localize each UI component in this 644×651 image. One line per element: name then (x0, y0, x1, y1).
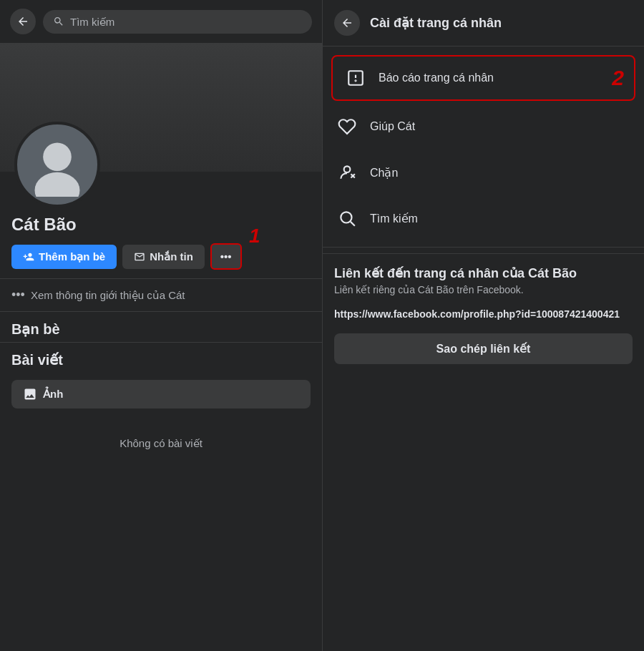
menu-item-block[interactable]: Chặn (323, 150, 644, 195)
svg-line-9 (351, 222, 355, 226)
section-bai-viet-title: Bài viết (0, 343, 322, 373)
block-label: Chặn (370, 166, 398, 180)
right-header-title: Cài đặt trang cá nhân (370, 15, 502, 31)
more-button[interactable]: ••• 1 (210, 243, 242, 270)
svg-point-0 (43, 142, 72, 171)
no-posts-text: Không có bài viết (0, 416, 322, 471)
photo-button[interactable]: Ảnh (11, 380, 311, 408)
right-header: Cài đặt trang cá nhân (323, 0, 644, 46)
right-panel: Cài đặt trang cá nhân Báo cáo trang cá n… (322, 0, 644, 651)
profile-actions: Thêm bạn bè Nhắn tin ••• 1 (11, 243, 311, 270)
add-friend-label: Thêm bạn bè (39, 250, 105, 263)
search-label: Tìm kiếm (370, 212, 418, 225)
back-button-left[interactable] (10, 9, 36, 34)
link-section: Liên kết đến trang cá nhân của Cát Bão L… (323, 253, 644, 376)
left-panel: Cát Bão Thêm bạn bè Nhắn tin ••• 1 ••• X… (0, 0, 322, 651)
cover-area (0, 43, 322, 172)
copy-link-button[interactable]: Sao chép liên kết (334, 333, 633, 364)
intro-text: Xem thông tin giới thiệu của Cát (31, 289, 185, 302)
menu-item-help[interactable]: Giúp Cát (323, 104, 644, 150)
back-button-right[interactable] (334, 10, 360, 36)
search-menu-icon (334, 205, 360, 231)
top-bar (0, 0, 322, 43)
menu-item-report[interactable]: Báo cáo trang cá nhân 2 (331, 55, 635, 101)
menu-items: Báo cáo trang cá nhân 2 Giúp Cát (323, 46, 644, 247)
report-label: Báo cáo trang cá nhân (379, 72, 494, 84)
profile-name: Cát Bão (11, 215, 311, 235)
section-ban-be-title: Bạn bè (0, 312, 322, 342)
link-title: Liên kết đến trang cá nhân của Cát Bão (334, 265, 633, 281)
more-dots: ••• (220, 250, 232, 263)
avatar (14, 122, 100, 207)
menu-item-search[interactable]: Tìm kiếm (323, 195, 644, 241)
divider-right-1 (323, 247, 644, 248)
profile-info: Cát Bão Thêm bạn bè Nhắn tin ••• 1 (0, 215, 322, 278)
add-friend-button[interactable]: Thêm bạn bè (11, 245, 117, 269)
message-label: Nhắn tin (150, 250, 193, 263)
svg-point-1 (35, 172, 80, 197)
svg-point-4 (355, 80, 356, 81)
dots-icon: ••• (11, 288, 25, 303)
svg-point-8 (341, 212, 351, 222)
svg-point-5 (344, 166, 351, 172)
report-icon (343, 65, 369, 91)
link-url: https://www.facebook.com/profile.php?id=… (334, 307, 633, 322)
link-subtitle: Liên kết riêng của Cát Bão trên Facebook… (334, 284, 633, 295)
search-bar[interactable] (43, 10, 312, 34)
help-label: Giúp Cát (370, 120, 415, 133)
badge-2: 2 (612, 66, 624, 90)
badge-1: 1 (249, 225, 260, 248)
block-icon (334, 160, 360, 185)
heart-icon (334, 114, 360, 140)
profile-intro: ••• Xem thông tin giới thiệu của Cát (0, 279, 322, 311)
photo-label: Ảnh (43, 388, 63, 401)
copy-link-label: Sao chép liên kết (436, 343, 531, 355)
search-input[interactable] (70, 16, 302, 28)
message-button[interactable]: Nhắn tin (122, 245, 205, 269)
